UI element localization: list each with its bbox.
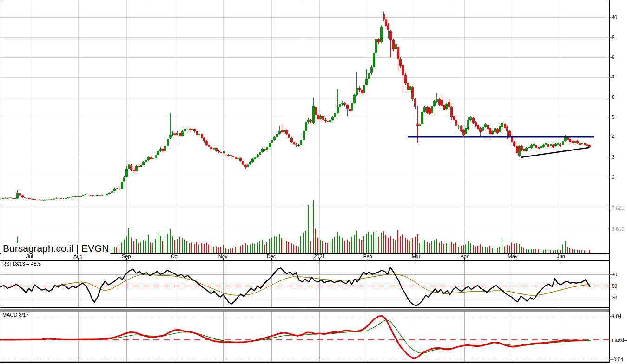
rsi-tick-70: 70 [612,272,617,277]
price-tick-3: 3 [612,154,614,160]
price-tick-5: 5 [612,114,614,120]
price-tick-6: 6 [612,94,614,100]
watermark-title: Bursagraph.co.il | EVGN [1,243,110,254]
month-label-4: Nov [209,254,237,259]
month-label-0: Jul [16,254,44,259]
price-tick-7: 7 [612,74,614,80]
rsi-tick-30: 30 [612,295,617,300]
month-label-1: Aug [64,254,92,259]
month-label-2: Sep [112,254,140,259]
macd-panel-label: MACD 8/17 [1,312,30,318]
macd-tick-max: 1.04 [612,313,621,319]
month-label-11: Jun [547,254,575,259]
macd-zero-label: macd=0 [612,337,627,343]
price-tick-10: 10 [612,14,617,20]
month-label-6: 2021 [305,254,333,259]
rsi-panel-label: RSI 13/13 = 48.5 [1,261,42,266]
macd-tick-min: -0.84 [612,357,623,362]
price-tick-2: 2 [612,174,614,180]
month-label-8: Mar [402,254,430,259]
month-label-9: Apr [450,254,478,259]
price-tick-9: 9 [612,34,614,40]
price-tick-4: 4 [612,134,614,140]
month-label-3: Oct [161,254,189,259]
price-volume-rsi-macd-chart-canvas [0,0,627,364]
month-label-7: Feb [354,254,382,259]
month-label-5: Dec [257,254,285,259]
rsi-tick-50: 50 [612,283,617,289]
volume-tick-7621: 7,621 [612,205,625,211]
month-label-10: May [499,254,527,259]
stock-chart-root: Bursagraph.co.il | EVGN RSI 13/13 = 48.5… [0,0,627,364]
price-tick-8: 8 [612,54,614,60]
volume-tick-3810: 3,810 [612,226,625,232]
